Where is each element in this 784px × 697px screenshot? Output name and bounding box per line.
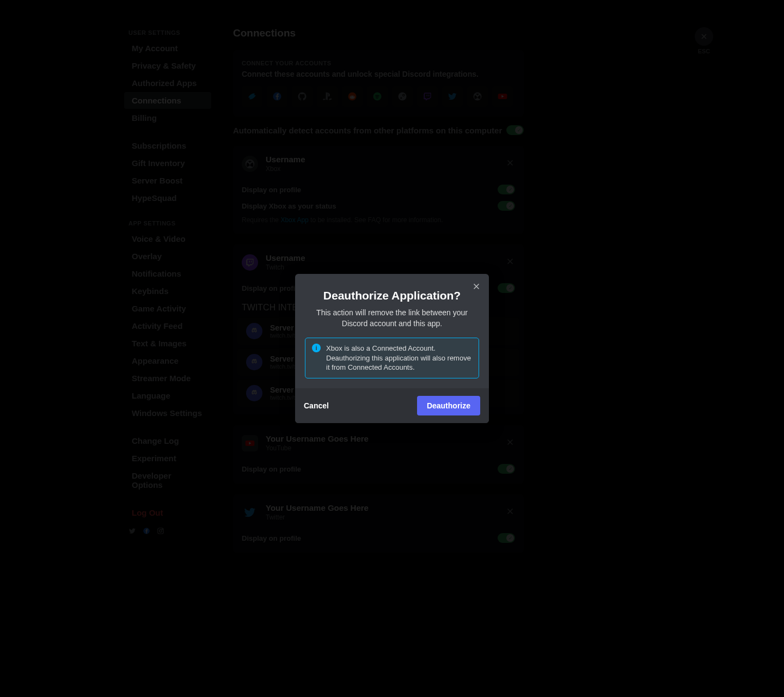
modal-info-text: Xbox is also a Connected Account. Deauth…	[326, 344, 472, 372]
info-icon: i	[312, 344, 321, 352]
modal-info-box: i Xbox is also a Connected Account. Deau…	[305, 338, 479, 378]
cancel-button[interactable]: Cancel	[304, 401, 329, 410]
modal-title: Deauthorize Application?	[305, 289, 479, 302]
modal-close-button[interactable]	[471, 282, 481, 294]
modal-scrim[interactable]: Deauthorize Application? This action wil…	[0, 0, 784, 697]
modal-subtitle: This action will remove the link between…	[305, 308, 479, 329]
deauthorize-modal: Deauthorize Application? This action wil…	[295, 274, 489, 423]
deauthorize-button[interactable]: Deauthorize	[417, 396, 480, 415]
